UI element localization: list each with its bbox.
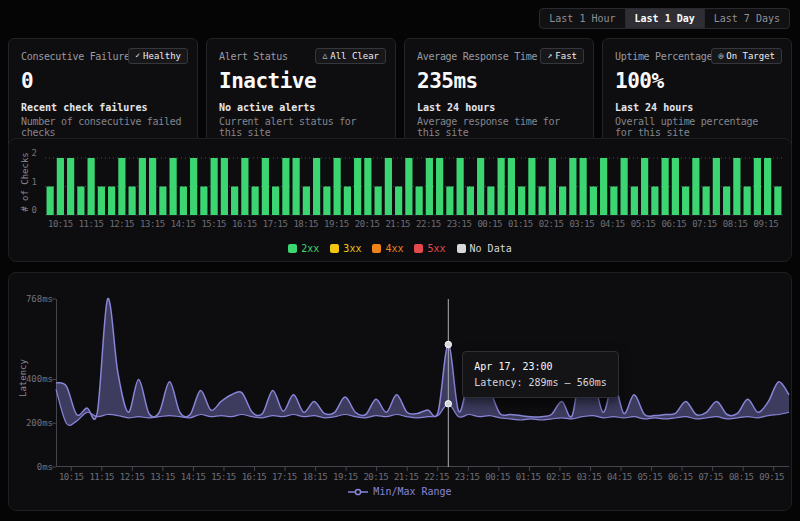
x-tick-label: 12:15: [117, 472, 147, 482]
status-bar[interactable]: [149, 158, 156, 215]
time-range-option-last-7-days[interactable]: Last 7 Days: [704, 9, 789, 28]
status-bar[interactable]: [57, 158, 64, 215]
status-bar[interactable]: [323, 187, 330, 216]
status-bar[interactable]: [108, 187, 115, 216]
status-bar[interactable]: [436, 158, 443, 215]
legend-item-5xx: 5xx: [414, 243, 445, 254]
status-bar[interactable]: [426, 158, 433, 215]
legend-swatch: [457, 244, 466, 253]
latency-min-max-chart[interactable]: [56, 299, 787, 467]
card-description: Number of consecutive failed checks: [21, 116, 185, 138]
x-tick-label: 00:15: [474, 219, 505, 229]
status-bar[interactable]: [344, 187, 351, 216]
status-bar[interactable]: [221, 158, 228, 215]
status-bar[interactable]: [282, 158, 289, 215]
status-bar[interactable]: [47, 187, 54, 216]
status-bar[interactable]: [631, 187, 638, 216]
time-range-option-last-1-day[interactable]: Last 1 Day: [625, 9, 704, 28]
status-bar-chart[interactable]: [45, 153, 781, 217]
status-bar[interactable]: [744, 187, 751, 216]
status-bar[interactable]: [549, 158, 556, 215]
status-bar[interactable]: [539, 187, 546, 216]
status-bar[interactable]: [518, 187, 525, 216]
status-bar[interactable]: [610, 187, 617, 216]
status-bar[interactable]: [733, 158, 740, 215]
status-bar[interactable]: [77, 187, 84, 216]
status-bar[interactable]: [508, 158, 515, 215]
status-bar[interactable]: [467, 187, 474, 216]
status-bar[interactable]: [703, 187, 710, 216]
stat-card-alert-status: Alert Status △ All Clear Inactive No act…: [206, 38, 396, 151]
status-bar[interactable]: [241, 158, 248, 215]
status-bar[interactable]: [651, 187, 658, 216]
status-bar[interactable]: [713, 158, 720, 215]
status-bar[interactable]: [621, 158, 628, 215]
status-bar[interactable]: [395, 187, 402, 216]
status-bar[interactable]: [139, 158, 146, 215]
status-bar[interactable]: [774, 187, 781, 216]
status-bar[interactable]: [252, 187, 259, 216]
tooltip-title: Apr 17, 23:00: [474, 361, 606, 372]
status-bar[interactable]: [498, 158, 505, 215]
status-bar[interactable]: [754, 158, 761, 215]
status-bar[interactable]: [385, 158, 392, 215]
y-tick-0: 0: [13, 205, 37, 215]
status-bar[interactable]: [118, 158, 125, 215]
status-bar[interactable]: [67, 158, 74, 215]
card-subtitle: Last 24 hours: [615, 102, 779, 113]
status-bar[interactable]: [293, 158, 300, 215]
active-dot-min: [445, 401, 451, 407]
legend-item-2xx: 2xx: [288, 243, 319, 254]
status-bar[interactable]: [723, 187, 730, 216]
status-bar[interactable]: [416, 187, 423, 216]
time-range-option-last-1-hour[interactable]: Last 1 Hour: [540, 9, 624, 28]
x-tick-label: 08:15: [720, 219, 751, 229]
status-bar[interactable]: [487, 187, 494, 216]
status-bar[interactable]: [559, 187, 566, 216]
status-bar[interactable]: [662, 158, 669, 215]
status-bar[interactable]: [313, 158, 320, 215]
y-tick-1: 1: [13, 177, 37, 187]
status-bar[interactable]: [457, 158, 464, 215]
status-bar[interactable]: [528, 158, 535, 215]
status-bar[interactable]: [672, 158, 679, 215]
status-bar[interactable]: [231, 187, 238, 216]
status-bar[interactable]: [405, 158, 412, 215]
status-bar[interactable]: [590, 187, 597, 216]
status-bar[interactable]: [129, 187, 136, 216]
badge-label: All Clear: [330, 51, 379, 61]
status-bar[interactable]: [180, 187, 187, 216]
status-bar[interactable]: [88, 158, 95, 215]
latency-chart-svg: [56, 299, 789, 467]
status-bar[interactable]: [159, 187, 166, 216]
status-bar[interactable]: [682, 187, 689, 216]
legend-item-3xx: 3xx: [330, 243, 361, 254]
status-bar[interactable]: [364, 158, 371, 215]
status-bar[interactable]: [211, 158, 218, 215]
status-bar[interactable]: [262, 158, 269, 215]
y-tick-400ms: 400ms: [15, 374, 53, 384]
status-bar[interactable]: [569, 158, 576, 215]
x-tick-label: 21:15: [382, 219, 413, 229]
status-bar[interactable]: [375, 187, 382, 216]
status-bar[interactable]: [303, 187, 310, 216]
status-bar[interactable]: [446, 187, 453, 216]
status-bar[interactable]: [272, 187, 279, 216]
status-bar[interactable]: [692, 158, 699, 215]
status-bar[interactable]: [334, 158, 341, 215]
status-bar[interactable]: [200, 187, 207, 216]
status-bar[interactable]: [764, 158, 771, 215]
x-tick-label: 10:15: [56, 472, 86, 482]
status-bar[interactable]: [580, 158, 587, 215]
status-bar[interactable]: [354, 158, 361, 215]
status-bar[interactable]: [190, 158, 197, 215]
status-bar[interactable]: [641, 158, 648, 215]
card-value: 100%: [615, 69, 779, 93]
status-bar[interactable]: [98, 187, 105, 216]
status-bar[interactable]: [477, 158, 484, 215]
status-bar[interactable]: [600, 158, 607, 215]
status-bar[interactable]: [170, 158, 177, 215]
x-axis-labels: 10:1511:1512:1513:1514:1515:1516:1517:15…: [56, 472, 787, 482]
card-description: Average response time for this site: [417, 116, 581, 138]
x-tick-label: 16:15: [229, 219, 260, 229]
